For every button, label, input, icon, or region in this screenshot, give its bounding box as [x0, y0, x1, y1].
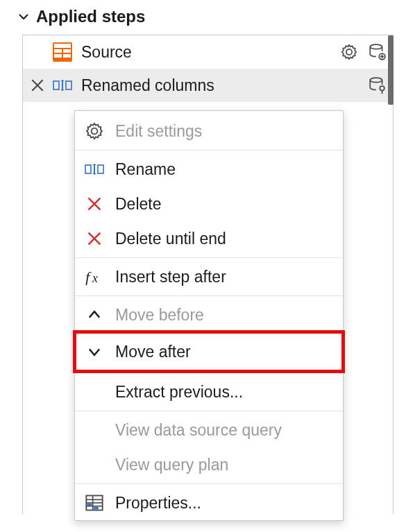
- menu-separator: [75, 372, 343, 373]
- menu-rename[interactable]: Rename: [75, 152, 343, 187]
- table-icon: [52, 42, 73, 62]
- gear-icon: [82, 119, 107, 144]
- menu-move-after[interactable]: Move after: [75, 332, 343, 371]
- x-icon: [82, 226, 107, 251]
- rename-columns-icon: [52, 75, 73, 96]
- menu-view-dsq-label: View data source query: [115, 421, 333, 440]
- svg-rect-18: [98, 165, 103, 173]
- menu-view-query-plan: View query plan: [75, 447, 343, 482]
- menu-delete-label: Delete: [115, 195, 333, 214]
- svg-rect-31: [94, 507, 99, 510]
- svg-point-14: [370, 78, 382, 83]
- menu-separator: [75, 257, 343, 258]
- menu-separator: [75, 295, 343, 296]
- blank-icon: [82, 418, 107, 443]
- chevron-down-icon: [17, 10, 31, 24]
- scrollbar[interactable]: [388, 35, 394, 105]
- chevron-down-icon: [82, 339, 107, 364]
- svg-text:x: x: [92, 271, 98, 285]
- menu-rename-label: Rename: [115, 160, 333, 179]
- step-renamed-columns-label: Renamed columns: [81, 76, 365, 95]
- database-icon[interactable]: [365, 40, 389, 64]
- fx-icon: f x: [82, 264, 107, 289]
- svg-rect-4: [54, 54, 62, 58]
- properties-icon: [82, 490, 107, 515]
- rename-icon: [82, 157, 107, 182]
- menu-delete-until-end[interactable]: Delete until end: [75, 221, 343, 256]
- menu-insert-step-after[interactable]: f x Insert step after: [75, 259, 343, 294]
- menu-extract-previous[interactable]: Extract previous...: [75, 375, 343, 409]
- svg-rect-13: [66, 81, 71, 89]
- svg-point-6: [370, 44, 382, 49]
- context-menu: Edit settings Rename Delete Dele: [74, 110, 344, 521]
- blank-icon: [82, 452, 107, 477]
- step-source-label: Source: [81, 43, 337, 62]
- svg-point-16: [382, 92, 383, 94]
- svg-rect-12: [53, 81, 59, 89]
- chevron-up-icon: [82, 302, 107, 327]
- menu-edit-settings-label: Edit settings: [115, 122, 333, 141]
- svg-rect-3: [63, 49, 71, 53]
- svg-rect-17: [85, 165, 91, 173]
- menu-properties[interactable]: Properties...: [75, 486, 343, 520]
- step-source-row[interactable]: Source: [23, 35, 393, 69]
- menu-insert-step-label: Insert step after: [115, 268, 333, 286]
- svg-text:f: f: [85, 268, 92, 285]
- svg-rect-1: [54, 44, 71, 48]
- gear-icon[interactable]: [337, 40, 361, 64]
- menu-move-after-label: Move after: [115, 343, 333, 361]
- x-icon: [82, 191, 107, 216]
- svg-rect-5: [63, 54, 71, 58]
- applied-steps-panel: Source: [22, 35, 394, 514]
- applied-steps-title: Applied steps: [36, 7, 145, 26]
- svg-rect-2: [54, 49, 62, 53]
- menu-edit-settings: Edit settings: [75, 114, 343, 148]
- step-renamed-columns-row[interactable]: Renamed columns: [23, 69, 393, 102]
- menu-delete-until-end-label: Delete until end: [115, 230, 333, 248]
- remove-step-icon[interactable]: [27, 75, 48, 96]
- menu-delete[interactable]: Delete: [75, 187, 343, 221]
- database-query-icon[interactable]: [365, 74, 389, 97]
- svg-point-15: [380, 86, 384, 90]
- menu-view-data-source-query: View data source query: [75, 413, 343, 447]
- menu-view-plan-label: View query plan: [115, 456, 333, 474]
- menu-move-before-label: Move before: [115, 306, 333, 325]
- blank-icon: [82, 379, 107, 404]
- svg-rect-30: [87, 504, 92, 506]
- menu-move-before: Move before: [75, 298, 343, 332]
- menu-separator: [75, 411, 343, 411]
- menu-separator: [75, 150, 343, 151]
- menu-separator: [75, 483, 343, 484]
- menu-extract-previous-label: Extract previous...: [115, 383, 333, 402]
- menu-properties-label: Properties...: [115, 494, 333, 513]
- applied-steps-header[interactable]: Applied steps: [0, 0, 406, 31]
